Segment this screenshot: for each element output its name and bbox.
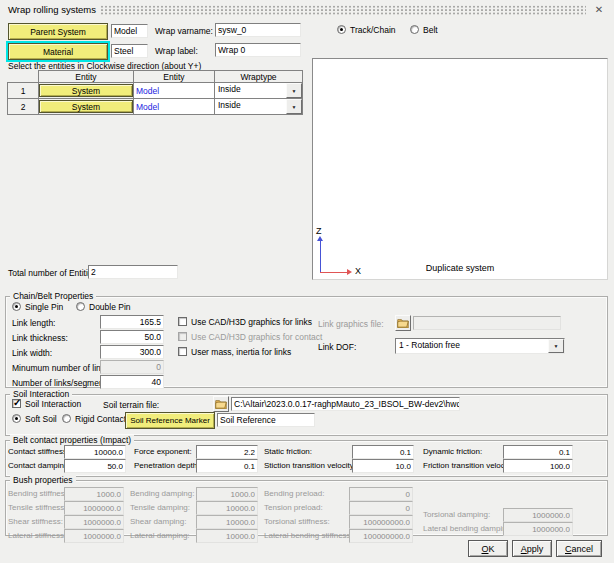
dynamic-friction-input[interactable] [503,445,573,459]
shear-stiffness-input [64,515,124,529]
wrap-label-input[interactable] [215,43,301,57]
checkbox-soil-interaction-icon[interactable] [12,399,21,408]
link-length-label: Link length: [12,318,55,328]
soil-terrain-path-field[interactable]: C:\Altair\2023.0.0.17-raghpMauto_23_IBSO… [231,397,460,411]
soil-reference-marker-button[interactable]: Soil Reference Marker [125,412,215,429]
force-exponent-label: Force exponent: [134,447,192,456]
folder-icon [397,318,409,328]
entity-table: Entity Entity Wraptype 1 System Model In… [7,70,303,115]
radio-single-pin-icon[interactable] [12,302,21,311]
system-button-row2[interactable]: System [39,100,133,113]
lateral-stiffness-input [64,529,124,543]
radio-track-chain[interactable]: Track/Chain [337,25,396,35]
lateral-damping-input [196,529,258,543]
tensile-stiffness-input [64,501,124,515]
system-button-row1[interactable]: System [39,84,133,97]
checkbox-user-mass-icon[interactable] [178,347,187,356]
bush-properties-title: Bush properties [10,475,76,485]
ok-button[interactable]: OK [468,540,508,557]
preview-panel[interactable]: Z X Duplicate system [312,58,608,280]
total-entities-input[interactable] [88,265,178,279]
checkbox-cad-links[interactable]: Use CAD/H3D graphics for links [178,317,312,327]
wraptype-dropdown-row1[interactable]: Inside ▼ [215,83,302,98]
chevron-down-icon[interactable]: ▼ [286,99,302,114]
bending-damping-input [196,487,258,501]
radio-belt[interactable]: Belt [410,25,438,35]
entity-col1-header: Entity [39,71,134,83]
contact-stiffness-input[interactable] [64,445,126,459]
entity-value-row1[interactable]: Model [134,83,215,99]
penetration-depth-input[interactable] [196,459,258,473]
apply-button[interactable]: Apply [512,540,552,557]
wraptype-dropdown-row2[interactable]: Inside ▼ [215,99,302,114]
panel-title: Wrap rolling systems [8,4,96,15]
minimum-links-input [100,360,164,374]
entity-value-row2[interactable]: Model [134,99,215,115]
lateral-bending-damping-input [503,522,573,536]
radio-double-pin[interactable]: Double Pin [76,302,131,312]
link-dof-dropdown[interactable]: 1 - Rotation free ▼ [395,338,565,354]
link-length-input[interactable] [100,315,164,329]
checkbox-cad-links-icon[interactable] [178,317,187,326]
belt-contact-title: Belt contact properties (Impact) [10,435,134,445]
radio-double-pin-label: Double Pin [89,302,131,312]
contact-damping-input[interactable] [64,459,126,473]
contact-damping-label: Contact damping: [8,461,71,470]
torsional-damping-input [503,508,573,522]
tension-preload-input [349,501,413,515]
friction-transition-velocity-input[interactable] [503,459,573,473]
folder-icon [215,399,227,409]
link-width-label: Link width: [12,348,52,358]
links-segments-input[interactable] [100,375,164,389]
radio-belt-icon[interactable] [410,25,419,34]
ok-button-label: O [481,544,488,554]
soil-terrain-folder-button[interactable] [213,396,229,412]
chevron-down-icon[interactable]: ▼ [548,339,564,353]
checkbox-soil-interaction[interactable]: Soil Interaction [12,399,81,409]
checkbox-cad-contact-label: Use CAD/H3D graphics for contact [191,332,322,342]
soil-reference-value-field[interactable]: Soil Reference [217,413,315,427]
shear-damping-input [196,515,258,529]
contact-stiffness-label: Contact stiffness: [8,447,69,456]
link-graphics-folder-button[interactable] [395,315,411,331]
lateral-damping-label: Lateral damping: [130,531,190,540]
penetration-depth-label: Penetration depth: [134,461,199,470]
wrap-rolling-systems-dialog: Wrap rolling systems ✕ Parent System Mod… [0,0,614,563]
link-dof-value: 1 - Rotation free [399,340,460,350]
static-friction-label: Static friction: [264,447,312,456]
link-width-input[interactable] [100,345,164,359]
close-icon[interactable]: ✕ [592,3,606,16]
tensile-damping-input [196,501,258,515]
link-graphics-file-label: Link graphics file: [318,319,384,329]
stiction-transition-velocity-input[interactable] [352,459,414,473]
checkbox-user-mass[interactable]: User mass, inertia for links [178,347,291,357]
bending-stiffness-label: Bending stiffness: [8,489,71,498]
tension-preload-label: Tension preload: [264,503,323,512]
entity-table-corner [8,71,39,83]
radio-single-pin[interactable]: Single Pin [12,302,63,312]
links-segments-label: Number of links/segments: [12,378,113,388]
checkbox-user-mass-label: User mass, inertia for links [191,347,291,357]
material-button[interactable]: Material [8,43,108,60]
static-friction-input[interactable] [352,445,414,459]
axis-z-label: Z [316,226,322,236]
drag-handle[interactable] [100,5,586,15]
link-graphics-file-field [413,316,561,330]
radio-double-pin-icon[interactable] [76,302,85,311]
material-value-field[interactable]: Steel [111,44,148,58]
radio-soft-soil-icon[interactable] [12,414,21,423]
table-row: 2 System Model Inside ▼ [8,99,303,115]
dynamic-friction-label: Dynamic friction: [423,447,482,456]
parent-system-button[interactable]: Parent System [8,23,108,40]
radio-soft-soil[interactable]: Soft Soil [12,414,57,424]
parent-system-value-field[interactable]: Model [111,24,148,38]
force-exponent-input[interactable] [196,445,258,459]
chevron-down-icon[interactable]: ▼ [286,83,302,98]
cancel-button[interactable]: Cancel [556,540,602,557]
radio-track-chain-icon[interactable] [337,25,346,34]
wrap-varname-input[interactable] [215,23,301,37]
link-thickness-input[interactable] [100,330,164,344]
radio-rigid-contact[interactable]: Rigid Contact [62,414,126,424]
radio-rigid-contact-icon[interactable] [62,414,71,423]
tensile-stiffness-label: Tensile stiffness: [8,503,67,512]
